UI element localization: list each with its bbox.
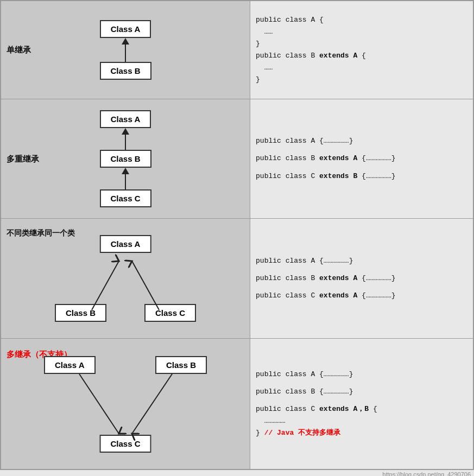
spacer — [256, 267, 467, 272]
label-single: 单继承 — [7, 45, 31, 55]
arrow-ml-1 — [122, 128, 129, 150]
code-line: } // Java 不支持多继承 — [256, 427, 467, 439]
spacer — [256, 284, 467, 290]
class-box-B-us: Class B — [155, 356, 207, 374]
class-box-A-ds: Class A — [100, 235, 151, 253]
left-cell-unsupported: 多继承（不支持） Class A Class B Class C — [1, 339, 250, 470]
class-box-B-ds: Class B — [55, 304, 106, 322]
code-line: …… — [256, 26, 467, 38]
row-multi-inherit-unsupported: 多继承（不支持） Class A Class B Class C — [1, 339, 473, 470]
left-cell-single: 单继承 Class A Class B — [1, 1, 250, 99]
arrow-single — [122, 38, 129, 62]
right-cell-single: public class A { …… } public class B ext… — [250, 1, 473, 99]
diagram-multi-level: Class A Class B Class C — [7, 105, 244, 213]
keyword: extends A — [319, 52, 357, 60]
diagram-diff-same: Class A Class B Class C — [7, 224, 244, 333]
code-line: public class A {………………} — [256, 255, 467, 267]
right-cell-multi-level: public class A {………………} public class B e… — [250, 99, 473, 219]
code-single: public class A { …… } public class B ext… — [256, 14, 467, 86]
diagram-unsupported: Class A Class B Class C — [7, 344, 244, 464]
code-multi-level: public class A {………………} public class B e… — [256, 135, 467, 182]
arrowhead-ml-1 — [122, 128, 129, 135]
code-line: } — [256, 38, 467, 50]
label-multi-level: 多重继承 — [7, 154, 39, 164]
left-cell-multi-level: 多重继承 Class A Class B Class C — [1, 99, 250, 219]
class-box-A-us: Class A — [44, 356, 95, 374]
class-box-C-ml: Class C — [100, 189, 151, 207]
code-line: …………… — [256, 415, 467, 427]
arrow-A-to-C — [79, 374, 119, 434]
diagram-single: Class A Class B — [7, 7, 244, 93]
code-unsupported: public class A {………………} public class B {… — [256, 369, 467, 439]
class-box-B-single: Class B — [100, 62, 151, 80]
arrow-B-to-A — [92, 261, 119, 310]
right-cell-unsupported: public class A {………………} public class B {… — [250, 339, 473, 470]
row-single-inheritance: 单继承 Class A Class B public class A { …… … — [1, 1, 473, 99]
code-line: public class B extends A {………………} — [256, 272, 467, 284]
class-box-A-single: Class A — [100, 20, 151, 38]
arrowhead-ml-2 — [122, 168, 129, 174]
arrowline-ml-2 — [125, 174, 126, 189]
left-cell-diff-same: 不同类继承同一个类 Class A Class B Class C — [1, 219, 250, 339]
arrowline-ml-1 — [125, 135, 126, 150]
spacer — [256, 380, 467, 386]
keyword: extends B — [319, 172, 357, 180]
code-line: public class A { — [256, 14, 467, 26]
code-line: public class A {………………} — [256, 369, 467, 380]
code-line: public class B extends A { — [256, 50, 467, 62]
row-diff-same-parent: 不同类继承同一个类 Class A Class B Class C — [1, 219, 473, 339]
code-diff-same: public class A {………………} public class B e… — [256, 255, 467, 302]
arrowhead-single — [122, 38, 129, 45]
keyword: extends A — [319, 291, 357, 300]
code-line: public class A {………………} — [256, 135, 467, 147]
class-box-C-ds: Class C — [144, 304, 196, 322]
code-line: } — [256, 74, 467, 86]
keyword: extends A — [319, 274, 357, 282]
row-multi-level: 多重继承 Class A Class B Class C public clas… — [1, 99, 473, 219]
code-line: public class C extends A，B { — [256, 403, 467, 415]
spacer — [256, 398, 467, 403]
row4-diagram-container: Class A Class B Class C — [33, 350, 218, 458]
code-line: …… — [256, 62, 467, 74]
class-box-C-us: Class C — [100, 435, 151, 453]
class-box-B-ml: Class B — [100, 150, 151, 168]
arrow-B-to-C — [132, 374, 172, 434]
keyword: extends A，B — [319, 405, 369, 413]
code-line: public class B extends A {………………} — [256, 153, 467, 164]
class-box-A-ml: Class A — [100, 110, 151, 128]
code-line: public class C extends B {………………} — [256, 170, 467, 182]
code-line: public class C extends A {………………} — [256, 290, 467, 302]
main-table: 单继承 Class A Class B public class A { …… … — [0, 0, 474, 470]
arrow-C-to-A — [132, 261, 159, 310]
code-line: public class B {………………} — [256, 386, 467, 398]
arrowline-single — [125, 45, 126, 62]
spacer — [256, 147, 467, 153]
keyword: extends A — [319, 154, 357, 162]
right-cell-diff-same: public class A {………………} public class B e… — [250, 219, 473, 339]
row3-diagram-container: Class A Class B Class C — [39, 230, 212, 327]
arrow-ml-2 — [122, 168, 129, 189]
java-no-multi-inherit-comment: // Java 不支持多继承 — [264, 429, 340, 437]
watermark: https://blog.csdn.net/qq_4290706 — [0, 470, 474, 476]
spacer — [256, 165, 467, 170]
